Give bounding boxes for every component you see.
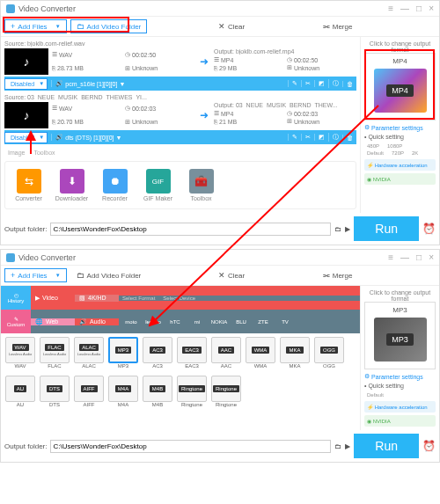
subtitle-dropdown[interactable]: Disabled [4,78,48,90]
maximize-icon[interactable]: □ [416,4,422,13]
output-panel: Click to change output format MP3 MP3 ⚙ … [360,286,439,430]
format-ac3[interactable]: AC3AC3 [142,337,173,369]
maximize-icon[interactable]: □ [416,252,422,262]
format-mp3[interactable]: MP3MP3 [107,337,139,369]
open-icon[interactable]: ▶ [345,225,350,233]
run-button[interactable]: Run [354,216,419,241]
minimize-icon[interactable]: — [400,4,409,13]
duration: 00:02:50 [132,52,156,58]
subtitle-dropdown[interactable]: Disabled [4,132,48,143]
edit-icon[interactable]: ✎ [288,134,301,141]
format-mka[interactable]: MKAMKA [279,337,311,369]
module-recorder[interactable]: ⏺Recorder [95,165,135,205]
format-aac[interactable]: AACAAC [210,337,242,369]
nvidia-badge: ◉ NVIDIA [364,173,436,185]
format-flac[interactable]: FLACLossless AudioFLAC [39,337,70,369]
edit-icon[interactable]: ✎ [288,80,301,87]
add-folder-button[interactable]: 🗀Add Video Folder [70,19,148,33]
schedule-icon[interactable]: ⏰ [422,223,436,235]
brand-mi[interactable]: mi [188,316,206,328]
hw-accel[interactable]: ⚡ Hardware acceleration [364,159,436,171]
brand-zte[interactable]: ZTE [254,316,272,328]
module-converter[interactable]: ⇆Converter [9,165,48,205]
audio-dropdown[interactable]: 🔊 pcm_s16le [1][0][0] ▼ [51,80,128,87]
quality-slider[interactable]: 480P1080P [364,142,436,150]
schedule-icon[interactable]: ⏰ [422,440,436,452]
browse-icon[interactable]: 🗀 [334,442,341,450]
info-icon[interactable]: ⓘ [328,133,342,142]
delete-icon[interactable]: 🗑 [342,135,356,141]
format-au[interactable]: AUAU [4,376,36,407]
app-title: Video Converter [18,253,388,262]
output-path: Output: 03_NEUE_MUSIK_BERND_THEW... [214,102,356,108]
brand-nokia[interactable]: NOKIA [210,316,228,328]
cut-icon[interactable]: ✂ [301,134,314,141]
info-icon[interactable]: ⓘ [328,79,342,88]
vtab-custom[interactable]: ✎Custom [1,310,31,333]
format-ringtone[interactable]: RingtoneRingtone [210,376,242,407]
brand-tv[interactable]: TV [276,316,294,328]
output-format-box[interactable]: MP4 MP4 [364,53,436,121]
close-icon[interactable]: × [429,252,434,262]
format-m4b[interactable]: M4BM4B [142,376,173,407]
add-folder-button[interactable]: 🗀Add Video Folder [70,268,148,282]
clear-button[interactable]: ✕Clear [212,268,251,282]
brand-lenovo[interactable]: lenovo [144,316,162,328]
thumbnail[interactable]: ♪ [4,102,48,128]
tab-toolbox[interactable]: Toolbox [33,150,55,156]
format-label: M4A [118,402,128,407]
app-title: Video Converter [18,4,388,13]
hw-accel[interactable]: ⚡ Hardware acceleration [364,401,436,413]
cat-web[interactable]: 🌐Web [31,318,75,325]
add-files-button[interactable]: +Add Files▼ [4,19,67,33]
open-icon[interactable]: ▶ [345,442,350,450]
param-settings-link[interactable]: ⚙ Parameter settings [364,373,436,380]
add-files-button[interactable]: +Add Files▼ [4,268,67,282]
module-downloader[interactable]: ⬇Downloader [52,165,92,205]
brand-htc[interactable]: hTC [166,316,184,328]
format-m4a[interactable]: M4AM4A [107,376,139,407]
source-path: Source: bjoklb.com-relief.wav [4,40,356,47]
effect-icon[interactable]: ◩ [314,134,328,141]
delete-icon[interactable]: 🗑 [342,81,356,87]
output-folder-input[interactable] [50,223,331,236]
format-label: MP3 [118,363,128,369]
output-format-label: MP4 [369,57,431,65]
format-ringtone[interactable]: RingtoneRingtone [176,376,208,407]
brand-row[interactable]: moto lenovo hTC mi NOKIA BLU ZTE TV [119,316,360,328]
param-settings-link[interactable]: ⚙ Parameter settings [364,124,436,131]
output-format-box[interactable]: MP3 MP3 [364,302,436,369]
cut-icon[interactable]: ✂ [301,80,314,87]
brand-blu[interactable]: BLU [232,316,250,328]
minimize-icon[interactable]: — [400,252,409,262]
brand-moto[interactable]: moto [122,316,140,328]
menu-icon[interactable]: ≡ [388,252,393,262]
cat-video[interactable]: ▶Video [31,295,75,302]
module-toolbox[interactable]: 🧰Toolbox [181,165,221,205]
tab-image[interactable]: Image [8,150,25,156]
audio-dropdown[interactable]: 🔊 dts (DTS) [1][0][0] ▼ [51,134,125,141]
format-wav[interactable]: WAVLossless AudioWAV [4,337,36,369]
browse-icon[interactable]: 🗀 [334,225,341,233]
run-button[interactable]: Run [354,434,419,458]
format-alac[interactable]: ALACLossless AudioALAC [73,337,105,369]
output-folder-input[interactable] [50,440,331,453]
thumbnail[interactable]: ♪ [4,48,48,75]
format: WAV [59,106,72,112]
menu-icon[interactable]: ≡ [388,4,393,13]
close-icon[interactable]: × [429,4,434,13]
format-aiff[interactable]: AIFFAIFF [73,376,105,407]
module-gif[interactable]: GIFGIF Maker [138,165,178,205]
format-wma[interactable]: WMAWMA [245,337,276,369]
merge-button[interactable]: ⫘Merge [316,19,359,33]
vtab-history[interactable]: ◴History [1,286,31,310]
format-eac3[interactable]: EAC3EAC3 [176,337,208,369]
format-ogg[interactable]: OGGOGG [313,337,345,369]
merge-button[interactable]: ⫘Merge [316,268,359,282]
cat-4k[interactable]: ▧4K/HD [75,295,119,302]
file-item: ♪ ☰WAV ◷00:02:50 ⎘28.73 MB ⊞Unknown ➜ Ou… [4,48,356,75]
cat-audio[interactable]: 🔊Audio [75,318,119,325]
effect-icon[interactable]: ◩ [314,80,328,87]
clear-button[interactable]: ✕Clear [212,19,251,33]
format-dts[interactable]: DTSDTS [39,376,70,407]
